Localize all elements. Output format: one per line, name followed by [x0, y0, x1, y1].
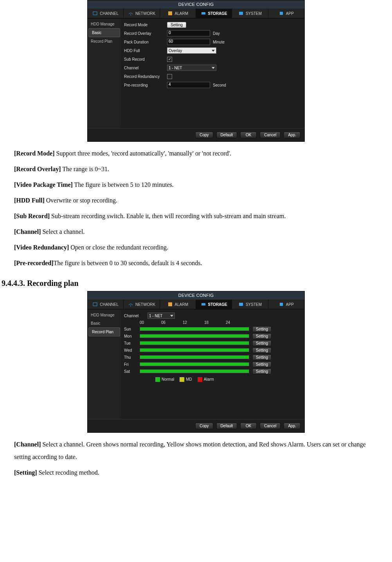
- day-label: Mon: [124, 334, 140, 338]
- label-pre-recording: Pre-recording: [124, 83, 167, 87]
- cancel-button[interactable]: Cancel: [260, 132, 281, 138]
- tab-channel[interactable]: CHANNEL: [88, 9, 124, 18]
- screenshot-record-plan: DEVICE CONFIG CHANNEL NETWORK ALARM STOR…: [87, 291, 305, 433]
- sidebar-item-record-plan[interactable]: Record Plan: [88, 37, 121, 45]
- app-button[interactable]: App.: [284, 423, 300, 429]
- time-tick: 24: [226, 320, 247, 325]
- app-button[interactable]: App.: [284, 132, 300, 138]
- system-icon: [238, 11, 244, 16]
- tab-storage[interactable]: STORAGE: [196, 300, 232, 309]
- svg-point-7: [130, 305, 131, 306]
- window-title: DEVICE CONFIG: [88, 291, 304, 299]
- copy-button[interactable]: Copy: [195, 423, 213, 429]
- day-setting-button[interactable]: Setting: [252, 326, 272, 332]
- tab-network[interactable]: NETWORK: [124, 9, 160, 18]
- description-block-2: [Channel] Select a channel. Green shows …: [0, 433, 392, 479]
- screenshot-basic-storage: DEVICE CONFIG CHANNEL NETWORK ALARM STOR…: [87, 0, 305, 142]
- pre-recording-input[interactable]: 4: [167, 82, 210, 88]
- record-mode-setting-button[interactable]: Setting: [167, 22, 186, 28]
- tab-storage[interactable]: STORAGE: [196, 9, 232, 18]
- time-tick: 06: [161, 320, 183, 325]
- sub-record-checkbox[interactable]: [167, 57, 172, 62]
- sidebar-item-basic[interactable]: Basic: [88, 319, 121, 327]
- sidebar-item-basic[interactable]: Basic: [88, 28, 120, 37]
- schedule-bar[interactable]: [140, 348, 249, 352]
- sidebar-item-hdd-manage[interactable]: HDD Manage: [88, 311, 121, 319]
- schedule-bar[interactable]: [140, 334, 249, 338]
- tab-label: STORAGE: [208, 302, 227, 307]
- label-record-mode: Record Mode: [124, 23, 167, 27]
- day-setting-button[interactable]: Setting: [252, 369, 272, 374]
- unit-day: Day: [213, 31, 220, 36]
- default-button[interactable]: Default: [216, 423, 237, 429]
- label-hdd-full: HDD Full: [124, 49, 167, 53]
- wifi-icon: [128, 302, 133, 307]
- channel-select[interactable]: 1 - NET: [147, 313, 175, 319]
- tab-label: NETWORK: [135, 302, 155, 307]
- ok-button[interactable]: OK: [240, 132, 257, 138]
- day-setting-button[interactable]: Setting: [252, 347, 272, 353]
- tab-system[interactable]: SYSTEM: [232, 9, 268, 18]
- tab-label: SYSTEM: [246, 11, 262, 16]
- record-redundancy-checkbox[interactable]: [167, 74, 172, 79]
- default-button[interactable]: Default: [216, 132, 237, 138]
- pack-duration-input[interactable]: 60: [167, 39, 210, 45]
- day-setting-button[interactable]: Setting: [252, 340, 272, 346]
- ok-button[interactable]: OK: [240, 423, 257, 429]
- select-value: 1 - NET: [169, 66, 182, 70]
- schedule-bar[interactable]: [140, 369, 249, 373]
- schedule-fill-normal: [140, 334, 249, 338]
- desc-text: Select a channel. Green shows normal rec…: [14, 441, 366, 460]
- svg-rect-0: [93, 12, 97, 15]
- tab-app[interactable]: APP: [268, 9, 304, 18]
- tab-alarm[interactable]: ALARM: [160, 9, 196, 18]
- chevron-down-icon: [212, 50, 215, 52]
- schedule-row: MonSetting: [124, 333, 301, 340]
- alarm-icon: [167, 11, 173, 16]
- desc-term: [Sub Record]: [14, 213, 50, 219]
- tab-system[interactable]: SYSTEM: [232, 300, 268, 309]
- schedule-bar[interactable]: [140, 327, 249, 331]
- time-tick: 00: [140, 320, 161, 325]
- tab-network[interactable]: NETWORK: [124, 300, 160, 309]
- schedule-row: SatSetting: [124, 368, 301, 375]
- day-label: Wed: [124, 348, 140, 352]
- chevron-down-icon: [170, 315, 173, 317]
- tab-app[interactable]: APP: [268, 300, 304, 309]
- legend-swatch-normal: [155, 377, 160, 382]
- tab-label: APP: [286, 11, 294, 16]
- record-overlay-input[interactable]: 0: [167, 30, 210, 36]
- svg-rect-2: [168, 11, 172, 15]
- desc-text: The range is 0~31.: [61, 166, 109, 172]
- schedule-row: ThuSetting: [124, 354, 301, 361]
- desc-term: [HDD Full]: [14, 197, 45, 204]
- channel-select[interactable]: 1 - NET: [167, 65, 216, 71]
- schedule-fill-normal: [140, 342, 249, 345]
- sidebar-item-record-plan[interactable]: Record Plan: [88, 327, 120, 336]
- schedule-bar[interactable]: [140, 341, 249, 345]
- schedule-row: SunSetting: [124, 325, 301, 333]
- chevron-down-icon: [212, 67, 215, 69]
- day-setting-button[interactable]: Setting: [252, 333, 272, 339]
- schedule-bar[interactable]: [140, 362, 249, 366]
- hdd-full-select[interactable]: Overlay: [167, 47, 216, 54]
- schedule-fill-normal: [140, 349, 249, 352]
- schedule-fill-normal: [140, 356, 249, 359]
- svg-rect-11: [280, 303, 283, 306]
- time-tick: 18: [204, 320, 226, 325]
- tab-alarm[interactable]: ALARM: [160, 300, 196, 309]
- copy-button[interactable]: Copy: [195, 132, 213, 138]
- desc-term: [Setting]: [14, 469, 37, 476]
- day-setting-button[interactable]: Setting: [252, 361, 272, 367]
- sidebar-item-hdd-manage[interactable]: HDD Manage: [88, 20, 121, 28]
- cancel-button[interactable]: Cancel: [260, 423, 281, 429]
- channel-icon: [92, 11, 98, 16]
- label-channel: Channel: [124, 66, 167, 70]
- schedule-row: FriSetting: [124, 361, 301, 368]
- schedule-bar[interactable]: [140, 355, 249, 359]
- desc-term: [Video Package Time]: [14, 181, 73, 188]
- day-label: Sat: [124, 369, 140, 374]
- description-block-1: [Record Mode] Support three modes, 'reco…: [0, 142, 392, 269]
- day-setting-button[interactable]: Setting: [252, 354, 272, 360]
- tab-channel[interactable]: CHANNEL: [88, 300, 124, 309]
